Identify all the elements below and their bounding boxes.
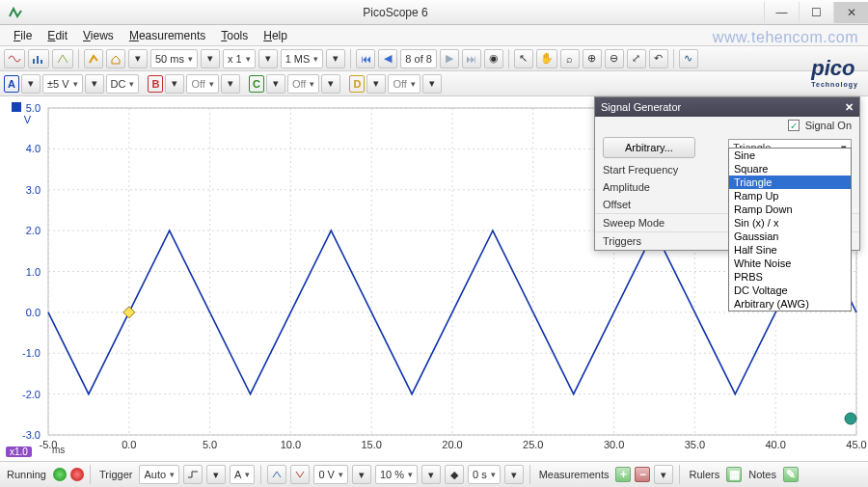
measurement-options[interactable]: ▾ xyxy=(654,465,673,484)
channel-a-coupling[interactable]: DC▾ xyxy=(106,74,140,94)
add-measurement-button[interactable]: + xyxy=(615,467,631,482)
channel-d-menu[interactable]: ▾ xyxy=(366,74,386,94)
trigger-level[interactable]: 0 V▾ xyxy=(313,465,348,484)
capture-state: Running xyxy=(4,469,49,480)
zoom-out-icon[interactable]: ⊖ xyxy=(605,49,624,68)
home-icon[interactable] xyxy=(106,49,125,68)
minimize-button[interactable]: — xyxy=(764,2,799,23)
trigger-delay[interactable]: 0 s▾ xyxy=(468,465,501,484)
waveform-option[interactable]: Half Sine xyxy=(729,243,851,257)
timebase-spin[interactable]: ▾ xyxy=(201,49,220,68)
svg-text:4.0: 4.0 xyxy=(26,143,41,154)
waveform-option[interactable]: Arbitrary (AWG) xyxy=(729,297,851,311)
rulers-label: Rulers xyxy=(686,469,722,480)
signal-on-checkbox[interactable]: ✓ xyxy=(788,120,800,131)
svg-text:V: V xyxy=(24,114,32,125)
waveform-option[interactable]: Triangle xyxy=(729,176,851,189)
waveform-option[interactable]: Gaussian xyxy=(729,230,851,243)
svg-text:0.0: 0.0 xyxy=(26,307,41,318)
channel-b-range[interactable]: Off▾ xyxy=(186,74,218,94)
waveform-option[interactable]: White Noise xyxy=(729,257,851,270)
timebase-dropdown-arrow[interactable]: ▾ xyxy=(128,49,148,68)
channel-a-range[interactable]: ±5 V▾ xyxy=(42,74,83,94)
menu-file[interactable]: File xyxy=(6,27,40,44)
menu-edit[interactable]: Edit xyxy=(40,27,75,44)
zoom-rect-icon[interactable]: ⌕ xyxy=(560,49,580,68)
measurements-label: Measurements xyxy=(536,469,612,480)
zoom-in-icon[interactable]: ⊕ xyxy=(583,49,602,68)
trigger-delay-spin[interactable]: ▾ xyxy=(504,465,524,484)
spectrum-mode-icon[interactable] xyxy=(28,49,49,68)
menu-help[interactable]: Help xyxy=(256,27,295,44)
scope-mode-icon[interactable] xyxy=(4,49,25,68)
svg-text:5.0: 5.0 xyxy=(26,102,41,114)
trigger-falling-icon[interactable] xyxy=(290,465,310,484)
channel-b-menu[interactable]: ▾ xyxy=(165,74,184,94)
trigger-options-icon[interactable]: ▾ xyxy=(206,465,226,484)
undo-zoom-icon[interactable]: ↶ xyxy=(649,49,668,68)
trigger-edge-icon[interactable] xyxy=(183,465,203,484)
channel-c-range-spin[interactable]: ▾ xyxy=(321,74,340,94)
waveform-option[interactable]: DC Voltage xyxy=(729,284,851,297)
buffer-first-icon[interactable]: ⏮ xyxy=(356,49,375,68)
channel-d-label[interactable]: D xyxy=(349,75,365,93)
svg-text:-3.0: -3.0 xyxy=(22,429,41,441)
waveform-option[interactable]: PRBS xyxy=(729,270,851,284)
close-button[interactable]: ✕ xyxy=(833,2,868,23)
timebase-select[interactable]: 50 ms▾ xyxy=(150,49,198,68)
svg-text:0.0: 0.0 xyxy=(122,439,136,450)
channel-d-range-spin[interactable]: ▾ xyxy=(422,74,442,94)
menu-measurements[interactable]: Measurements xyxy=(122,27,213,44)
svg-rect-1 xyxy=(37,56,39,64)
waveform-option[interactable]: Square xyxy=(729,162,851,176)
pretrigger-spin[interactable]: ▾ xyxy=(421,465,441,484)
zoom-fit-icon[interactable]: ⤢ xyxy=(627,49,646,68)
arbitrary-button[interactable]: Arbitrary... xyxy=(603,137,695,158)
persistence-mode-icon[interactable] xyxy=(52,49,73,68)
maximize-button[interactable]: ☐ xyxy=(799,2,833,23)
remove-measurement-button[interactable]: − xyxy=(635,467,650,482)
buffer-last-icon[interactable]: ⏭ xyxy=(462,49,481,68)
trigger-source-select[interactable]: A▾ xyxy=(230,465,255,484)
signal-generator-icon[interactable]: ∿ xyxy=(679,49,698,68)
buffer-prev-icon[interactable]: ◀ xyxy=(378,49,397,68)
xmult-spin[interactable]: ▾ xyxy=(258,49,278,68)
trigger-mode-select[interactable]: Auto▾ xyxy=(139,465,179,484)
waveform-option[interactable]: Ramp Up xyxy=(729,189,851,203)
channel-b-label[interactable]: B xyxy=(148,75,163,93)
svg-text:2.0: 2.0 xyxy=(26,225,41,236)
buffer-next-icon[interactable]: ▶ xyxy=(440,49,459,68)
channel-c-range[interactable]: Off▾ xyxy=(287,74,319,94)
panel-close-icon[interactable]: ✕ xyxy=(845,101,854,114)
waveform-option[interactable]: Sine xyxy=(729,149,851,162)
channel-d-range[interactable]: Off▾ xyxy=(388,74,420,94)
notes-button[interactable]: ✎ xyxy=(783,467,799,482)
start-capture-icon[interactable] xyxy=(53,468,67,481)
waveform-option[interactable]: Ramp Down xyxy=(729,203,851,216)
channel-b-range-spin[interactable]: ▾ xyxy=(221,74,240,94)
channel-a-menu[interactable]: ▾ xyxy=(21,74,41,94)
hand-tool-icon[interactable]: ✋ xyxy=(536,49,557,68)
channel-c-label[interactable]: C xyxy=(249,75,264,93)
plot-area[interactable]: 5.04.03.02.01.00.0-1.0-2.0-3.0V-5.00.05.… xyxy=(0,96,868,462)
stop-capture-icon[interactable] xyxy=(70,468,84,481)
channel-a-label[interactable]: A xyxy=(4,75,19,93)
auto-setup-icon[interactable] xyxy=(84,49,103,68)
samples-select[interactable]: 1 MS▾ xyxy=(281,49,324,68)
pretrigger-select[interactable]: 10 %▾ xyxy=(375,465,418,484)
trigger-rising-icon[interactable] xyxy=(267,465,286,484)
toolbar-channels: A ▾ ±5 V▾ ▾ DC▾ B ▾ Off▾ ▾ C ▾ Off▾ ▾ D … xyxy=(0,71,868,96)
waveform-option[interactable]: Sin (x) / x xyxy=(729,216,851,230)
trigger-level-spin[interactable]: ▾ xyxy=(352,465,371,484)
rulers-button[interactable]: ▦ xyxy=(726,467,742,482)
buffer-indicator[interactable]: 8 of 8 xyxy=(400,49,437,68)
samples-spin[interactable]: ▾ xyxy=(326,49,345,68)
buffer-overview-icon[interactable]: ◉ xyxy=(484,49,503,68)
xmult-select[interactable]: x 1▾ xyxy=(223,49,256,68)
menu-views[interactable]: Views xyxy=(75,27,122,44)
channel-a-range-spin[interactable]: ▾ xyxy=(85,74,104,94)
menu-tools[interactable]: Tools xyxy=(213,27,256,44)
trigger-marker-icon[interactable]: ◆ xyxy=(445,465,464,484)
channel-c-menu[interactable]: ▾ xyxy=(266,74,285,94)
pointer-tool-icon[interactable]: ↖ xyxy=(514,49,533,68)
